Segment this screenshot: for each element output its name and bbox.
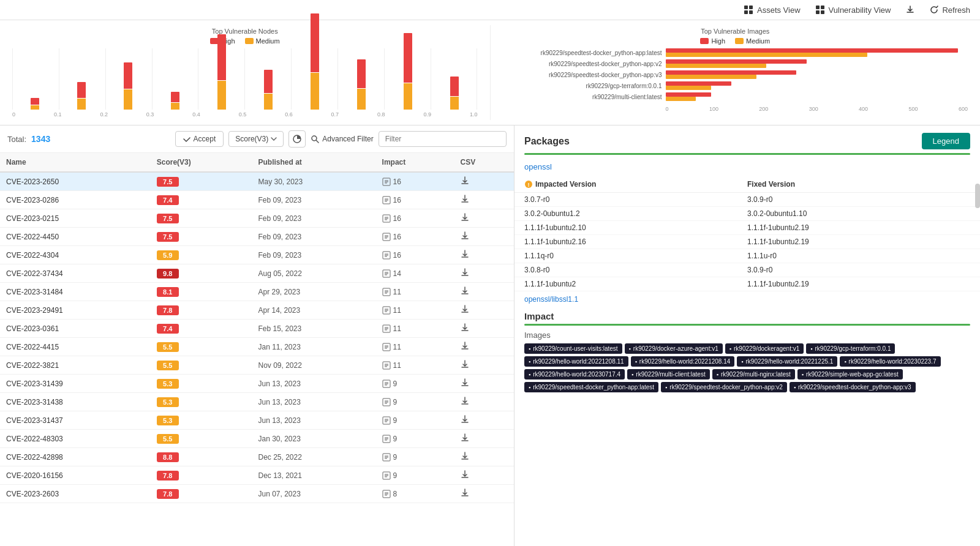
table-row[interactable]: CVE-2022-37434 9.8 Aug 05, 2022 14	[0, 264, 514, 283]
left-chart: Top Vulnerable Nodes High Medium	[0, 25, 491, 120]
cve-csv[interactable]	[454, 356, 514, 375]
cve-score: 5.3	[151, 411, 252, 430]
table-row[interactable]: CVE-2023-2603 7.8 Jun 07, 2023 8	[0, 485, 514, 503]
table-row[interactable]: CVE-2023-0215 7.5 Feb 09, 2023 16	[0, 209, 514, 228]
bar-high	[450, 77, 459, 96]
tag-label: rk90229/docker-azure-agent:v1	[633, 345, 718, 352]
cve-csv[interactable]	[454, 209, 514, 228]
cve-csv[interactable]	[454, 246, 514, 264]
sub-package-link[interactable]: openssl/libssl1.1	[514, 291, 980, 306]
table-row[interactable]: CVE-2023-29491 7.8 Apr 14, 2023 11	[0, 301, 514, 320]
assets-view-btn[interactable]: Assets View	[744, 5, 801, 15]
tag-icon: ▪	[635, 359, 637, 365]
refresh-btn[interactable]: Refresh	[930, 6, 970, 15]
impact-icon	[382, 398, 391, 406]
image-tag[interactable]: ▪rk90229/hello-world:20221208.11	[524, 356, 628, 367]
cve-csv[interactable]	[454, 283, 514, 301]
packages-title: Packages	[524, 136, 570, 147]
cve-csv[interactable]	[454, 411, 514, 430]
fixed-version: 1.1.1f-1ubuntu2.19	[747, 237, 970, 246]
image-tag[interactable]: ▪rk90229/speedtest-docker_python-app:lat…	[524, 382, 658, 392]
table-row[interactable]: CVE-2022-4450 7.5 Feb 09, 2023 16	[0, 228, 514, 246]
fixed-version: 1.1.1f-1ubuntu2.19	[747, 280, 970, 288]
table-row[interactable]: CVE-2020-16156 7.8 Dec 13, 2021 9	[0, 466, 514, 485]
assets-icon	[744, 5, 753, 15]
image-tag[interactable]: ▪rk90229/hello-world:20221225.1	[737, 356, 837, 367]
pie-chart-button[interactable]	[288, 130, 306, 148]
cve-csv[interactable]	[454, 485, 514, 503]
score-dropdown-button[interactable]: Score(V3)	[228, 131, 284, 147]
image-tag[interactable]: ▪rk90229/count-user-visits:latest	[524, 343, 622, 354]
image-tag[interactable]: ▪rk90229/simple-web-app-go:latest	[797, 369, 903, 380]
cve-csv[interactable]	[454, 301, 514, 320]
table-row[interactable]: CVE-2023-31437 5.3 Jun 13, 2023 9	[0, 411, 514, 430]
image-tag[interactable]: ▪rk90229/speedtest-docker_python-app:v2	[661, 382, 787, 392]
image-tag[interactable]: ▪rk90229/hello-world:20221208.14	[631, 356, 735, 367]
image-tag[interactable]: ▪rk90229/multi-client:latest	[627, 369, 710, 380]
table-row[interactable]: CVE-2023-31484 8.1 Apr 29, 2023 11	[0, 283, 514, 301]
bar-medium	[450, 97, 459, 110]
hbar-label: rk90229/multi-client:latest	[503, 94, 662, 100]
scrollbar-thumb[interactable]	[975, 184, 980, 208]
table-row[interactable]: CVE-2023-31439 5.3 Jun 13, 2023 9	[0, 375, 514, 393]
table-row[interactable]: CVE-2023-0361 7.4 Feb 15, 2023 11	[0, 320, 514, 338]
table-row[interactable]: CVE-2023-0286 7.4 Feb 09, 2023 16	[0, 191, 514, 209]
legend-button[interactable]: Legend	[922, 133, 970, 149]
warning-icon: !	[524, 180, 533, 189]
impacted-version: 3.0.2-0ubuntu1.2	[524, 209, 747, 218]
image-tag[interactable]: ▪rk90229/speedtest-docker_python-app:v3	[790, 382, 916, 392]
svg-text:!: !	[528, 182, 530, 188]
table-row[interactable]: CVE-2023-2650 7.5 May 30, 2023 16	[0, 172, 514, 191]
image-tag[interactable]: ▪rk90229/hello-world:20230223.7	[840, 356, 940, 367]
cve-csv[interactable]	[454, 466, 514, 485]
cve-csv[interactable]	[454, 393, 514, 411]
bar-high	[217, 34, 226, 80]
cve-csv[interactable]	[454, 375, 514, 393]
pkg-version-row: 3.0.2-0ubuntu1.23.0.2-0ubuntu1.10	[514, 207, 980, 221]
vbar-col	[432, 77, 477, 110]
image-tag[interactable]: ▪rk90229/dockeragent:v1	[725, 343, 804, 354]
cve-csv[interactable]	[454, 338, 514, 356]
x-label: 0.1	[54, 111, 62, 118]
cve-csv[interactable]	[454, 264, 514, 283]
image-tag[interactable]: ▪rk90229/gcp-terraform:0.0.1	[806, 343, 895, 354]
fixed-col-label: Fixed Version	[747, 180, 795, 189]
cve-csv[interactable]	[454, 430, 514, 448]
svg-rect-0	[744, 6, 748, 9]
filter-input[interactable]	[379, 131, 507, 147]
table-row[interactable]: CVE-2023-31438 5.3 Jun 13, 2023 9	[0, 393, 514, 411]
advanced-filter-button[interactable]: Advanced Filter	[311, 135, 373, 143]
cve-impact: 11	[376, 283, 454, 301]
cve-csv[interactable]	[454, 228, 514, 246]
export-btn[interactable]	[905, 5, 915, 15]
image-tag[interactable]: ▪rk90229/docker-azure-agent:v1	[625, 343, 723, 354]
tag-label: rk90229/speedtest-docker_python-app:late…	[533, 384, 654, 391]
image-tag[interactable]: ▪rk90229/multi-nginx:latest	[712, 369, 795, 380]
bar-medium	[264, 94, 273, 110]
tag-icon: ▪	[629, 346, 631, 352]
cve-date: Feb 09, 2023	[252, 228, 375, 246]
table-row[interactable]: CVE-2022-4415 5.5 Jan 11, 2023 11	[0, 338, 514, 356]
cve-tbody: CVE-2023-2650 7.5 May 30, 2023 16 CVE-20…	[0, 172, 514, 503]
image-tag[interactable]: ▪rk90229/hello-world:20230717.4	[524, 369, 625, 380]
table-row[interactable]: CVE-2022-42898 8.8 Dec 25, 2022 9	[0, 448, 514, 466]
accept-button[interactable]: Accept	[175, 131, 224, 147]
table-row[interactable]: CVE-2022-48303 5.5 Jan 30, 2023 9	[0, 430, 514, 448]
download-icon	[461, 195, 469, 203]
right-panel: Packages Legend openssl ! Impacted Versi…	[514, 125, 980, 546]
table-row[interactable]: CVE-2022-4304 5.9 Feb 09, 2023 16	[0, 246, 514, 264]
bar-medium	[357, 89, 366, 110]
cve-csv[interactable]	[454, 448, 514, 466]
cve-csv[interactable]	[454, 320, 514, 338]
vulnerability-view-btn[interactable]: Vulnerability View	[815, 5, 891, 15]
high-dot-r	[700, 38, 709, 44]
cve-csv[interactable]	[454, 191, 514, 209]
table-row[interactable]: CVE-2022-3821 5.5 Nov 09, 2022 11	[0, 356, 514, 375]
tag-icon: ▪	[844, 359, 846, 365]
impacted-version: 1.1.1q-r0	[524, 252, 747, 260]
svg-rect-1	[749, 6, 753, 9]
cve-csv[interactable]	[454, 172, 514, 191]
pkg-version-row: 1.1.1f-1ubuntu2.101.1.1f-1ubuntu2.19	[514, 221, 980, 235]
package-name-link[interactable]: openssl	[514, 160, 980, 176]
cve-score: 5.5	[151, 338, 252, 356]
